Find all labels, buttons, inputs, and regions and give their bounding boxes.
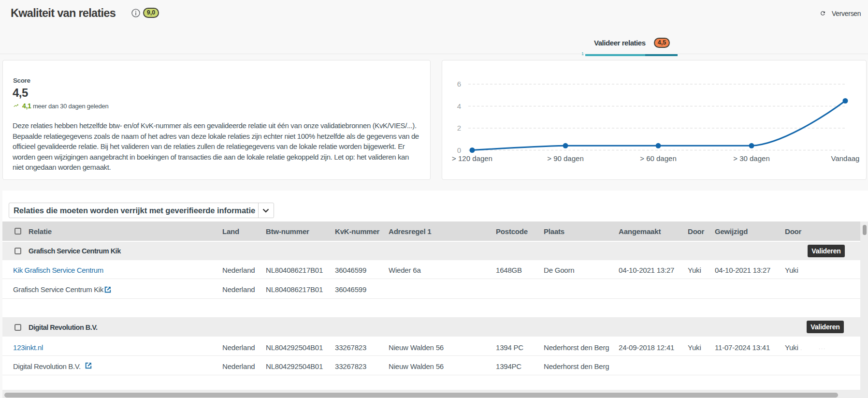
svg-text:4: 4	[457, 102, 461, 110]
svg-text:> 120 dagen: > 120 dagen	[452, 154, 492, 162]
svg-text:> 60 dagen: > 60 dagen	[640, 154, 677, 162]
svg-text:0: 0	[457, 146, 461, 154]
svg-text:Vandaag: Vandaag	[831, 154, 860, 162]
svg-text:> 30 dagen: > 30 dagen	[733, 154, 770, 162]
svg-text:2: 2	[457, 124, 461, 132]
svg-text:> 90 dagen: > 90 dagen	[547, 154, 584, 162]
svg-text:6: 6	[457, 80, 461, 88]
